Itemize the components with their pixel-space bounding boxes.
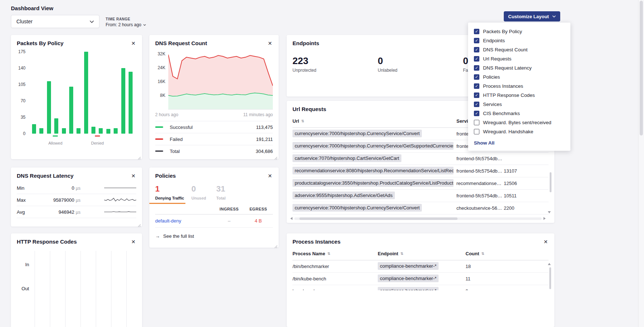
count-cell: 12506 bbox=[504, 181, 549, 186]
vertical-scrollbar-thumb[interactable] bbox=[550, 172, 551, 192]
customize-menu-item[interactable]: Packets By Policy bbox=[468, 27, 570, 36]
stat-label: Denying Traffic bbox=[155, 196, 184, 200]
url-chip: recommendationservice:8080/hipstershop.R… bbox=[292, 167, 453, 174]
stat-value: 223 bbox=[292, 55, 378, 67]
checkbox-icon[interactable] bbox=[474, 129, 479, 134]
close-icon[interactable]: ✕ bbox=[130, 40, 136, 47]
checkbox-icon[interactable] bbox=[474, 92, 479, 98]
card-policies: Policies ✕ 1Denying Traffic0Unused31Tota… bbox=[149, 168, 279, 248]
policy-name-link[interactable]: default-deny bbox=[155, 218, 215, 224]
chevron-down-icon bbox=[90, 20, 94, 23]
dns-legend: Successful113,475Failed191,211Total304,6… bbox=[155, 121, 273, 157]
column-header-process-name[interactable]: Process Name⇅ bbox=[292, 251, 378, 256]
customize-menu-item[interactable]: DNS Request Latency bbox=[468, 63, 570, 72]
card-header: DNS Request Count ✕ bbox=[155, 40, 273, 47]
scrollbar-track[interactable] bbox=[294, 217, 542, 220]
card-dns-request-count: DNS Request Count ✕ 32K24K16K8K 2 hours … bbox=[149, 35, 279, 159]
bar bbox=[39, 128, 43, 134]
customize-menu-item-label: Wireguard. Bytes sent/received bbox=[483, 120, 551, 125]
scrollbar-thumb[interactable] bbox=[299, 217, 458, 220]
card-header: Process Instances ✕ bbox=[292, 239, 549, 245]
see-full-list-link[interactable]: → See the full list bbox=[155, 233, 273, 239]
latency-value: 0µs bbox=[37, 185, 80, 191]
resize-handle[interactable] bbox=[274, 155, 278, 158]
customize-menu-item[interactable]: Endpoints bbox=[468, 36, 570, 45]
customize-menu-item[interactable]: Url Requests bbox=[468, 54, 570, 63]
show-all-link[interactable]: Show All bbox=[468, 136, 570, 146]
column-header-count[interactable]: Count⇅ bbox=[466, 251, 549, 256]
bar bbox=[84, 52, 88, 134]
service-cell: checkoutservice-56… bbox=[456, 205, 504, 211]
card-title: DNS Request Count bbox=[155, 40, 207, 46]
policy-stat[interactable]: 0Unused bbox=[191, 184, 206, 204]
resize-handle[interactable] bbox=[138, 222, 141, 225]
sort-icon: ⇅ bbox=[327, 252, 330, 256]
checkbox-icon[interactable] bbox=[474, 120, 479, 125]
page-scrollbar[interactable] bbox=[638, 0, 644, 327]
customize-menu-items: Packets By PolicyEndpointsDNS Request Co… bbox=[468, 27, 570, 136]
url-request-row: currencyservice:7000/hipstershop.Currenc… bbox=[292, 202, 549, 214]
dns-plot bbox=[168, 50, 273, 110]
close-icon[interactable]: ✕ bbox=[543, 239, 549, 245]
customize-menu-item-label: DNS Request Count bbox=[483, 47, 527, 52]
latency-metric-label: Avg bbox=[17, 209, 37, 215]
legend-row: Failed191,211 bbox=[155, 133, 273, 145]
close-icon[interactable]: ✕ bbox=[267, 40, 273, 47]
customize-layout-button[interactable]: Customize Layout bbox=[504, 11, 560, 21]
checkbox-icon[interactable] bbox=[474, 47, 479, 52]
customize-menu-item[interactable]: DNS Request Count bbox=[468, 45, 570, 54]
card-header: Packets By Policy ✕ bbox=[17, 40, 136, 47]
checkbox-icon[interactable] bbox=[474, 29, 479, 34]
url-chip: adservice:9555/hipstershop.AdService/Get… bbox=[292, 192, 395, 199]
scroll-down-arrow-icon[interactable] bbox=[548, 211, 551, 213]
count-cell: 18 bbox=[466, 264, 549, 269]
scrollbar-thumb[interactable] bbox=[640, 1, 643, 135]
policy-stat[interactable]: 1Denying Traffic bbox=[155, 184, 184, 204]
customize-menu-item[interactable]: Wireguard. Bytes sent/received bbox=[468, 118, 570, 127]
resize-handle[interactable] bbox=[274, 243, 278, 247]
customize-menu-item[interactable]: Process Instances bbox=[468, 82, 570, 91]
x-tick: Denied bbox=[91, 135, 104, 145]
column-header-ingress[interactable]: INGRESS bbox=[215, 207, 244, 211]
x-tick-marker bbox=[95, 135, 100, 137]
latency-metric-label: Min bbox=[17, 185, 37, 191]
customize-menu-item[interactable]: Policies bbox=[468, 72, 570, 82]
card-header: DNS Request Latency ✕ bbox=[17, 173, 136, 179]
view-select[interactable]: Cluster bbox=[11, 15, 99, 28]
checkbox-icon[interactable] bbox=[474, 83, 479, 89]
customize-menu-item[interactable]: CIS Benchmarks bbox=[468, 109, 570, 118]
x-axis-end-label: 11 minutes ago bbox=[243, 112, 273, 117]
customize-menu-item[interactable]: Services bbox=[468, 100, 570, 109]
close-icon[interactable]: ✕ bbox=[130, 239, 136, 245]
url-request-row: cartservice:7070/hipstershop.CartService… bbox=[292, 153, 549, 165]
column-header-url[interactable]: Url⇅ bbox=[292, 118, 456, 124]
customize-menu-item[interactable]: Wireguard. Handshake bbox=[468, 127, 570, 136]
close-icon[interactable]: ✕ bbox=[130, 173, 136, 179]
checkbox-icon[interactable] bbox=[474, 38, 479, 43]
checkbox-icon[interactable] bbox=[474, 56, 479, 62]
time-range-select[interactable]: From: 2 hours ago bbox=[106, 22, 146, 27]
horizontal-scrollbar[interactable] bbox=[290, 216, 546, 221]
policy-stat[interactable]: 31Total bbox=[216, 184, 225, 204]
customize-menu-item-label: Packets By Policy bbox=[483, 29, 522, 34]
scroll-left-arrow-icon[interactable] bbox=[290, 217, 292, 220]
scroll-up-arrow-icon[interactable] bbox=[548, 263, 551, 265]
checkbox-icon[interactable] bbox=[474, 74, 479, 80]
column-header-endpoint[interactable]: Endpoint⇅ bbox=[378, 251, 466, 256]
latency-number: 0 bbox=[72, 185, 74, 191]
column-header-egress[interactable]: EGRESS bbox=[244, 207, 273, 211]
close-icon[interactable]: ✕ bbox=[267, 173, 273, 179]
vertical-scrollbar-thumb[interactable] bbox=[549, 267, 551, 289]
service-cell: frontend-5fc5754db… bbox=[456, 156, 504, 161]
latency-value: 946942µs bbox=[37, 209, 80, 215]
checkbox-icon[interactable] bbox=[474, 65, 479, 71]
arrow-right-icon: → bbox=[155, 233, 160, 239]
bar bbox=[62, 128, 66, 134]
checkbox-icon[interactable] bbox=[474, 111, 479, 116]
customize-menu-item-label: Policies bbox=[483, 74, 500, 80]
legend-dash-icon bbox=[155, 150, 163, 152]
scroll-right-arrow-icon[interactable] bbox=[543, 217, 546, 220]
checkbox-icon[interactable] bbox=[474, 102, 479, 107]
resize-handle[interactable] bbox=[138, 155, 141, 158]
customize-menu-item[interactable]: HTTP Response Codes bbox=[468, 91, 570, 100]
